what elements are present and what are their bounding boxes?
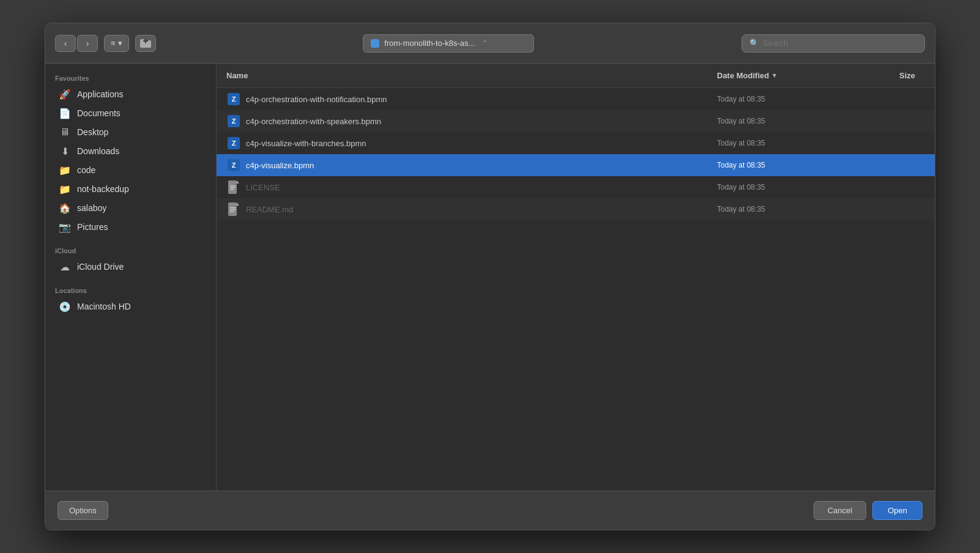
toolbar: ‹ › ≡ ▾ from-monolith-to-k8s-as... ⌃ 🔍 xyxy=(45,23,935,64)
file-date: Today at 08:35 xyxy=(717,139,864,147)
sidebar-item-downloads[interactable]: ⬇ Downloads xyxy=(49,142,212,160)
svg-marker-10 xyxy=(237,202,239,206)
bpmn-file-icon: Z xyxy=(226,114,241,128)
locations-label: Locations xyxy=(45,283,216,297)
table-row[interactable]: LICENSE Today at 08:35 xyxy=(217,176,935,198)
location-chevron-icon: ⌃ xyxy=(482,39,488,47)
cancel-button[interactable]: Cancel xyxy=(814,501,866,520)
file-list: Z c4p-orchestration-with-notification.bp… xyxy=(217,88,935,491)
file-date: Today at 08:35 xyxy=(717,183,864,191)
footer: Options Cancel Open xyxy=(45,491,935,530)
svg-rect-12 xyxy=(230,209,236,210)
search-icon: 🔍 xyxy=(749,39,759,48)
size-column-header[interactable]: Size xyxy=(864,71,925,80)
search-input[interactable] xyxy=(763,39,917,48)
sidebar-item-documents[interactable]: 📄 Documents xyxy=(49,104,212,122)
file-name: c4p-orchestration-with-notification.bpmn xyxy=(246,95,717,104)
nav-group: ‹ › xyxy=(55,35,98,52)
documents-icon: 📄 xyxy=(59,107,71,119)
sidebar-item-label: Desktop xyxy=(77,127,108,137)
search-bar[interactable]: 🔍 xyxy=(741,34,925,53)
folder-icon xyxy=(371,39,379,48)
file-date: Today at 08:35 xyxy=(717,205,864,213)
file-name: c4p-visualize-with-branches.bpmn xyxy=(246,139,717,148)
macintosh-hd-icon: 💿 xyxy=(59,300,71,313)
sidebar-item-code[interactable]: 📁 code xyxy=(49,161,212,179)
view-button[interactable]: ≡ ▾ xyxy=(104,35,129,52)
applications-icon: 🚀 xyxy=(59,88,71,100)
doc-file-icon xyxy=(226,202,241,217)
new-folder-button[interactable] xyxy=(135,35,156,52)
sidebar-item-label: iCloud Drive xyxy=(77,262,124,272)
file-dialog: ‹ › ≡ ▾ from-monolith-to-k8s-as... ⌃ 🔍 xyxy=(45,23,935,530)
icloud-label: iCloud xyxy=(45,243,216,257)
svg-rect-3 xyxy=(143,40,148,42)
doc-file-icon xyxy=(226,180,241,195)
sidebar-item-label: salaboy xyxy=(77,203,106,213)
sidebar: Favourites 🚀 Applications 📄 Documents 🖥 … xyxy=(45,64,217,491)
sidebar-item-icloud-drive[interactable]: ☁ iCloud Drive xyxy=(49,258,212,276)
table-row[interactable]: Z c4p-visualize-with-branches.bpmn Today… xyxy=(217,132,935,154)
sidebar-item-label: Downloads xyxy=(77,146,119,156)
open-button[interactable]: Open xyxy=(872,501,922,520)
file-name: c4p-visualize.bpmn xyxy=(246,161,717,170)
sidebar-item-macintosh-hd[interactable]: 💿 Macintosh HD xyxy=(49,297,212,316)
code-folder-icon: 📁 xyxy=(59,164,71,176)
view-chevron-icon: ▾ xyxy=(118,39,122,48)
svg-rect-11 xyxy=(230,207,236,209)
bpmn-file-icon: Z xyxy=(226,136,241,150)
forward-button[interactable]: › xyxy=(77,35,98,52)
sidebar-item-desktop[interactable]: 🖥 Desktop xyxy=(49,123,212,141)
table-row[interactable]: Z c4p-orchestration-with-notification.bp… xyxy=(217,88,935,110)
svg-rect-13 xyxy=(230,211,234,212)
name-column-header[interactable]: Name xyxy=(226,71,717,80)
file-date: Today at 08:35 xyxy=(717,95,864,103)
svg-rect-6 xyxy=(230,185,236,187)
desktop-icon: 🖥 xyxy=(59,126,71,138)
sort-chevron-icon: ▾ xyxy=(773,72,776,80)
downloads-icon: ⬇ xyxy=(59,145,71,157)
main-area: Favourites 🚀 Applications 📄 Documents 🖥 … xyxy=(45,64,935,491)
location-text: from-monolith-to-k8s-as... xyxy=(384,39,475,48)
location-bar: from-monolith-to-k8s-as... ⌃ xyxy=(162,34,735,53)
icloud-drive-icon: ☁ xyxy=(59,261,71,273)
sidebar-item-pictures[interactable]: 📷 Pictures xyxy=(49,218,212,236)
back-button[interactable]: ‹ xyxy=(55,35,76,52)
sidebar-item-label: Applications xyxy=(77,89,124,99)
favourites-label: Favourites xyxy=(45,71,216,84)
location-button[interactable]: from-monolith-to-k8s-as... ⌃ xyxy=(363,34,534,53)
sidebar-item-not-backedup[interactable]: 📁 not-backedup xyxy=(49,180,212,198)
file-date: Today at 08:35 xyxy=(717,161,864,169)
salaboy-icon: 🏠 xyxy=(59,202,71,214)
sidebar-item-label: Pictures xyxy=(77,222,108,232)
svg-marker-5 xyxy=(237,180,239,184)
file-area: Name Date Modified ▾ Size Z c4p-orchestr… xyxy=(217,64,935,491)
table-row[interactable]: Z c4p-orchestration-with-speakers.bpmn T… xyxy=(217,110,935,132)
date-column-header[interactable]: Date Modified ▾ xyxy=(717,71,864,80)
file-name: LICENSE xyxy=(246,183,717,192)
sidebar-item-label: not-backedup xyxy=(77,184,129,194)
bpmn-file-icon: Z xyxy=(226,158,241,173)
pictures-icon: 📷 xyxy=(59,221,71,233)
not-backedup-folder-icon: 📁 xyxy=(59,183,71,195)
svg-rect-7 xyxy=(230,187,236,188)
sidebar-item-applications[interactable]: 🚀 Applications xyxy=(49,85,212,103)
sidebar-item-label: code xyxy=(77,165,95,175)
sidebar-item-label: Documents xyxy=(77,108,121,118)
file-list-header: Name Date Modified ▾ Size xyxy=(217,64,935,88)
sidebar-item-label: Macintosh HD xyxy=(77,302,131,311)
table-row[interactable]: Z c4p-visualize.bpmn Today at 08:35 xyxy=(217,154,935,176)
table-row[interactable]: README.md Today at 08:35 xyxy=(217,198,935,220)
footer-actions: Cancel Open xyxy=(814,501,922,520)
svg-rect-8 xyxy=(230,189,234,190)
bpmn-file-icon: Z xyxy=(226,92,241,106)
new-folder-icon xyxy=(140,39,151,48)
file-name: c4p-orchestration-with-speakers.bpmn xyxy=(246,117,717,126)
sidebar-item-salaboy[interactable]: 🏠 salaboy xyxy=(49,199,212,217)
file-name: README.md xyxy=(246,205,717,214)
options-button[interactable]: Options xyxy=(58,501,108,520)
file-date: Today at 08:35 xyxy=(717,117,864,125)
view-icon: ≡ xyxy=(111,39,116,48)
